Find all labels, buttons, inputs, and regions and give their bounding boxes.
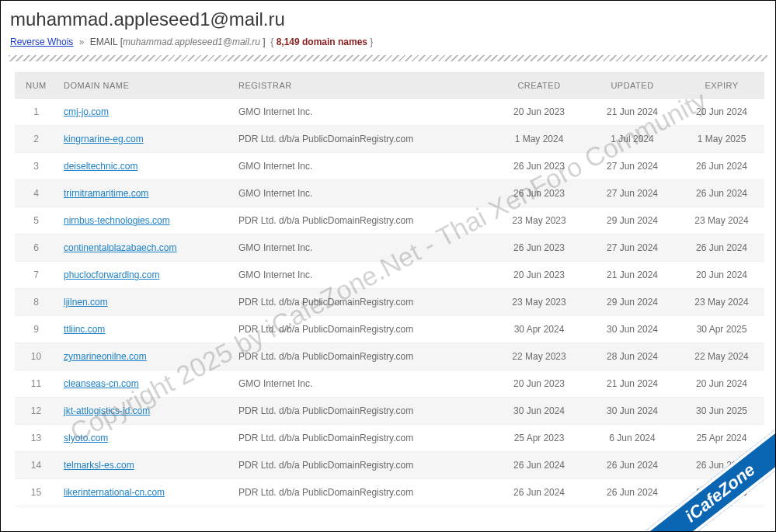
row-domain: kingrnarine-eg.com xyxy=(57,126,232,153)
row-expiry: 26 Jun 2024 xyxy=(679,153,764,180)
domain-link[interactable]: nirnbus-technologies.com xyxy=(64,215,170,226)
row-registrar: PDR Ltd. d/b/a PublicDomainRegistry.com xyxy=(232,207,492,235)
page-title: muhammad.appleseed1@mail.ru xyxy=(10,9,767,30)
row-updated: 6 Jun 2024 xyxy=(586,425,679,452)
domain-link[interactable]: ljilnen.com xyxy=(64,297,108,308)
row-expiry: 26 Jun 2025 xyxy=(679,452,764,479)
row-registrar: PDR Ltd. d/b/a PublicDomainRegistry.com xyxy=(232,479,492,506)
row-updated: 21 Jun 2024 xyxy=(586,99,679,126)
row-domain: ljilnen.com xyxy=(57,289,232,316)
row-domain: trirnitramaritime.com xyxy=(57,180,232,207)
open-brace: { xyxy=(268,37,277,47)
col-num[interactable]: NUM xyxy=(15,73,57,99)
col-registrar[interactable]: REGISTRAR xyxy=(232,73,492,99)
row-registrar: PDR Ltd. d/b/a PublicDomainRegistry.com xyxy=(232,316,492,343)
table-row: 2kingrnarine-eg.comPDR Ltd. d/b/a Public… xyxy=(15,126,764,153)
row-registrar: PDR Ltd. d/b/a PublicDomainRegistry.com xyxy=(232,452,492,479)
row-created: 30 Jun 2024 xyxy=(492,398,586,425)
row-domain: ttliinc.com xyxy=(57,316,232,343)
domain-link[interactable]: likerinternational-cn.com xyxy=(64,487,165,498)
domain-link[interactable]: zymarineonilne.com xyxy=(64,351,147,362)
row-domain: likerinternational-cn.com xyxy=(57,479,232,506)
row-expiry: 20 Jun 2024 xyxy=(679,262,764,289)
query-type-label: EMAIL xyxy=(90,37,118,47)
close-brace: } xyxy=(367,37,373,47)
row-domain: nirnbus-technologies.com xyxy=(57,207,232,235)
row-created: 26 Jun 2023 xyxy=(492,153,586,180)
row-updated: 27 Jun 2024 xyxy=(586,180,679,207)
domain-link[interactable]: continentalplazabaech.com xyxy=(64,242,176,253)
domain-link[interactable]: cmj-jo.com xyxy=(64,106,109,117)
row-expiry: 20 Jun 2024 xyxy=(679,99,764,126)
page: muhammad.appleseed1@mail.ru Reverse Whoi… xyxy=(0,0,776,532)
row-num: 3 xyxy=(15,153,57,180)
row-created: 30 Apr 2024 xyxy=(492,316,586,343)
table-row: 11cleanseas-cn.comGMO Internet Inc.20 Ju… xyxy=(15,370,764,398)
row-domain: phuclocforwardlng.com xyxy=(57,262,232,289)
row-created: 20 Jun 2023 xyxy=(492,262,586,289)
domain-link[interactable]: jkt-attlogistics-id.com xyxy=(64,405,150,416)
row-registrar: PDR Ltd. d/b/a PublicDomainRegistry.com xyxy=(232,126,492,153)
row-updated: 26 Jun 2024 xyxy=(586,479,679,506)
row-expiry: 25 Apr 2024 xyxy=(679,425,764,452)
results-table: NUM DOMAIN NAME REGISTRAR CREATED UPDATE… xyxy=(15,72,764,506)
breadcrumb-separator: » xyxy=(79,37,85,47)
table-row: 5nirnbus-technologies.comPDR Ltd. d/b/a … xyxy=(15,207,764,235)
result-count: 8,149 domain names xyxy=(277,37,367,47)
table-row: 1cmj-jo.comGMO Internet Inc.20 Jun 20232… xyxy=(15,99,764,126)
table-row: 4trirnitramaritime.comGMO Internet Inc.2… xyxy=(15,180,764,207)
domain-link[interactable]: kingrnarine-eg.com xyxy=(64,134,144,144)
col-expiry[interactable]: EXPIRY xyxy=(679,73,764,99)
row-num: 2 xyxy=(15,126,57,153)
row-expiry: 20 Jun 2024 xyxy=(679,370,764,398)
row-updated: 1 Jul 2024 xyxy=(586,126,679,153)
row-updated: 27 Jun 2024 xyxy=(586,153,679,180)
row-registrar: GMO Internet Inc. xyxy=(232,235,492,262)
row-created: 25 Apr 2023 xyxy=(492,425,586,452)
row-domain: cleanseas-cn.com xyxy=(57,370,232,398)
table-row: 14telmarksl-es.comPDR Ltd. d/b/a PublicD… xyxy=(15,452,764,479)
row-expiry: 26 Jun 2024 xyxy=(679,235,764,262)
row-num: 11 xyxy=(15,370,57,398)
row-created: 26 Jun 2023 xyxy=(492,180,586,207)
col-domain[interactable]: DOMAIN NAME xyxy=(57,73,232,99)
reverse-whois-link[interactable]: Reverse Whois xyxy=(10,37,73,47)
row-registrar: PDR Ltd. d/b/a PublicDomainRegistry.com xyxy=(232,425,492,452)
domain-link[interactable]: trirnitramaritime.com xyxy=(64,188,148,199)
table-header-row: NUM DOMAIN NAME REGISTRAR CREATED UPDATE… xyxy=(15,73,764,99)
table-row: 9ttliinc.comPDR Ltd. d/b/a PublicDomainR… xyxy=(15,316,764,343)
row-num: 10 xyxy=(15,343,57,370)
row-updated: 29 Jun 2024 xyxy=(586,207,679,235)
domain-link[interactable]: ttliinc.com xyxy=(64,324,105,335)
row-registrar: GMO Internet Inc. xyxy=(232,153,492,180)
col-created[interactable]: CREATED xyxy=(492,73,586,99)
results-table-wrap: NUM DOMAIN NAME REGISTRAR CREATED UPDATE… xyxy=(9,72,767,506)
table-row: 3deiseltechnic.comGMO Internet Inc.26 Ju… xyxy=(15,153,764,180)
row-domain: cmj-jo.com xyxy=(57,99,232,126)
row-domain: continentalplazabaech.com xyxy=(57,235,232,262)
row-num: 1 xyxy=(15,99,57,126)
row-created: 26 Jun 2023 xyxy=(492,235,586,262)
domain-link[interactable]: slyoto.com xyxy=(64,433,108,443)
divider xyxy=(9,55,767,61)
row-registrar: GMO Internet Inc. xyxy=(232,370,492,398)
row-expiry: 26 Jun 2024 xyxy=(679,180,764,207)
domain-link[interactable]: cleanseas-cn.com xyxy=(64,378,139,389)
domain-link[interactable]: phuclocforwardlng.com xyxy=(64,269,159,280)
row-num: 4 xyxy=(15,180,57,207)
row-expiry: 26 Jun 2025 xyxy=(679,479,764,506)
row-updated: 30 Jun 2024 xyxy=(586,398,679,425)
domain-link[interactable]: deiseltechnic.com xyxy=(64,161,137,172)
row-registrar: GMO Internet Inc. xyxy=(232,262,492,289)
row-domain: jkt-attlogistics-id.com xyxy=(57,398,232,425)
close-bracket: ] xyxy=(260,37,268,47)
col-updated[interactable]: UPDATED xyxy=(586,73,679,99)
table-body: 1cmj-jo.comGMO Internet Inc.20 Jun 20232… xyxy=(15,99,764,506)
domain-link[interactable]: telmarksl-es.com xyxy=(64,460,134,471)
table-row: 8ljilnen.comPDR Ltd. d/b/a PublicDomainR… xyxy=(15,289,764,316)
row-num: 9 xyxy=(15,316,57,343)
row-registrar: PDR Ltd. d/b/a PublicDomainRegistry.com xyxy=(232,289,492,316)
row-updated: 21 Jun 2024 xyxy=(586,262,679,289)
row-updated: 28 Jun 2024 xyxy=(586,343,679,370)
row-expiry: 23 May 2024 xyxy=(679,289,764,316)
